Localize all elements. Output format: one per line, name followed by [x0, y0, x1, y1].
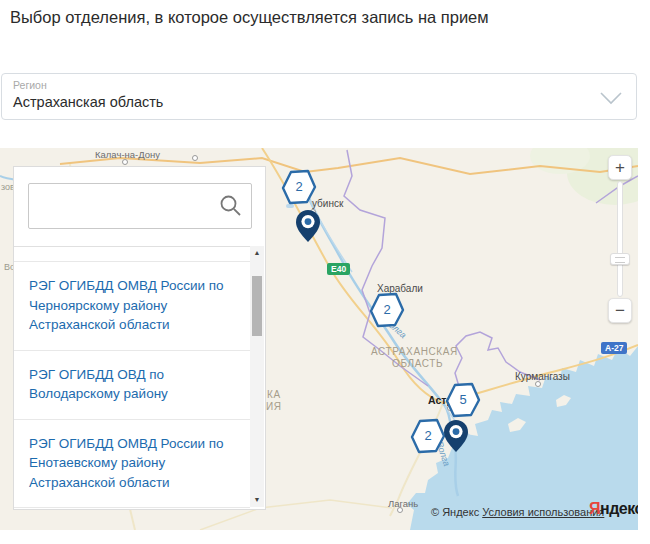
cluster-count: 5 [445, 392, 481, 407]
terms-of-use-link[interactable]: Условия использования [482, 506, 604, 518]
cluster-count: 2 [281, 179, 317, 194]
zoom-in-button[interactable]: + [608, 155, 632, 180]
map-label-kurmangazy: Курмангазы [515, 371, 570, 382]
scroll-up-arrow-icon[interactable]: ▲ [250, 246, 264, 260]
list-spacer [14, 247, 250, 261]
zoom-slider-track [617, 181, 623, 297]
yandex-logo[interactable]: Яндекс [589, 500, 638, 518]
map-attribution: © Яндекс Условия использования [431, 506, 604, 518]
cluster-count: 2 [369, 302, 405, 317]
search-box [28, 183, 252, 229]
cluster-marker[interactable]: 5 [445, 382, 481, 418]
scroll-down-arrow-icon[interactable]: ▼ [250, 493, 264, 507]
road-badge-a27: А-27 [601, 342, 627, 354]
search-icon[interactable] [219, 194, 242, 221]
zoom-out-button[interactable]: − [608, 298, 632, 323]
department-panel: РЭГ ОГИБДД ОМВД России по Черноярскому р… [13, 166, 266, 510]
copyright-text: © Яндекс [431, 506, 479, 518]
appointment-department-page: Выбор отделения, в которое осуществляетс… [0, 0, 650, 544]
chevron-down-icon[interactable] [600, 91, 622, 109]
panel-scrollbar: ▲ ▼ [250, 246, 264, 507]
map-label-edge-right2: ИЯ [266, 401, 282, 412]
department-list-item[interactable]: РЭГ ОГИБДД ОМВД России по Енотаевскому р… [14, 419, 250, 508]
department-list-item[interactable]: РЭГ ОГИБДД ОМВД по Харабалинскому району [14, 507, 250, 509]
map-label-lagan: Лагань [388, 498, 418, 509]
map-label-region-line2: ОБЛАСТЬ [392, 358, 443, 369]
map-label-region-line1: АСТРАХАНСКАЯ [371, 346, 458, 357]
region-select[interactable]: Регион Астраханская область [1, 73, 637, 120]
department-list-item[interactable]: РЭГ ОГИБДД ОМВД России по Черноярскому р… [14, 261, 250, 350]
map-zoom-control: + − [608, 155, 632, 323]
cluster-marker[interactable]: 2 [410, 418, 446, 454]
department-list: РЭГ ОГИБДД ОМВД России по Черноярскому р… [14, 246, 250, 509]
map-label-kalach: Калач-на-Дону [95, 149, 160, 160]
region-select-label: Регион [13, 79, 47, 91]
location-pin[interactable] [443, 419, 469, 453]
map-label-edge-right1: КА [267, 389, 281, 400]
yandex-map[interactable]: Калач-на-Дону убинск Харабали Астр Курма… [0, 148, 638, 530]
department-list-item[interactable]: РЭГ ОГИБДД ОВД по Володарскому району [14, 350, 250, 419]
road-badge-e40: Е40 [327, 263, 350, 275]
cluster-marker[interactable]: 2 [281, 169, 317, 205]
region-select-value: Астраханская область [13, 94, 163, 110]
zoom-slider-handle[interactable] [610, 253, 630, 265]
location-pin[interactable] [295, 209, 321, 243]
cluster-marker[interactable]: 2 [369, 292, 405, 328]
scrollbar-thumb[interactable] [252, 276, 262, 336]
cluster-count: 2 [410, 428, 446, 443]
page-title: Выбор отделения, в которое осуществляетс… [10, 6, 570, 28]
